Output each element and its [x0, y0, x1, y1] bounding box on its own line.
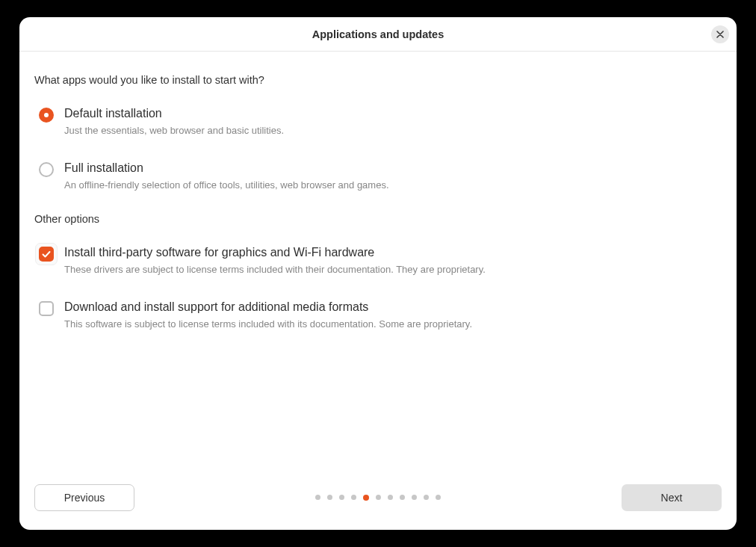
checkbox-checked-icon — [39, 247, 54, 262]
page-indicator — [315, 495, 441, 501]
other-options-heading: Other options — [34, 213, 722, 225]
dialog-content: What apps would you like to install to s… — [19, 52, 737, 478]
option-desc: Just the essentials, web browser and bas… — [64, 125, 284, 136]
next-button[interactable]: Next — [622, 484, 722, 511]
radio-full[interactable] — [39, 162, 54, 177]
option-desc: An offline-friendly selection of office … — [64, 179, 389, 191]
pager-dot — [339, 495, 344, 500]
previous-button[interactable]: Previous — [34, 484, 134, 511]
option-label: Download and install support for additio… — [64, 300, 472, 314]
radio-unselected-icon — [39, 162, 54, 177]
checkbox-unchecked-icon — [39, 301, 54, 316]
checkbox-thirdparty[interactable] — [39, 247, 54, 262]
radio-option-default[interactable]: Default installation Just the essentials… — [34, 107, 722, 136]
checkbox-option-thirdparty[interactable]: Install third-party software for graphic… — [34, 246, 722, 275]
radio-selected-icon — [39, 108, 54, 123]
installer-dialog: Applications and updates What apps would… — [19, 17, 737, 530]
radio-default[interactable] — [39, 108, 54, 123]
option-texts: Install third-party software for graphic… — [64, 246, 486, 275]
pager-dot — [388, 495, 393, 500]
checkbox-option-media[interactable]: Download and install support for additio… — [34, 300, 722, 330]
option-texts: Download and install support for additio… — [64, 300, 472, 330]
pager-dot — [412, 495, 417, 500]
option-texts: Default installation Just the essentials… — [64, 107, 284, 136]
dialog-footer: Previous Next — [19, 478, 737, 530]
option-label: Install third-party software for graphic… — [64, 246, 486, 259]
pager-dot — [351, 495, 356, 500]
checkbox-media[interactable] — [39, 301, 54, 316]
close-icon — [716, 31, 724, 38]
question-text: What apps would you like to install to s… — [34, 74, 722, 86]
pager-dot — [436, 495, 441, 500]
pager-dot — [315, 495, 320, 500]
option-label: Full installation — [64, 161, 389, 175]
dialog-title: Applications and updates — [312, 28, 444, 40]
option-desc: These drivers are subject to license ter… — [64, 264, 486, 275]
option-label: Default installation — [64, 107, 284, 120]
radio-option-full[interactable]: Full installation An offline-friendly se… — [34, 161, 722, 191]
option-desc: This software is subject to license term… — [64, 318, 472, 330]
option-texts: Full installation An offline-friendly se… — [64, 161, 389, 191]
close-button[interactable] — [711, 25, 729, 43]
pager-dot — [424, 495, 429, 500]
pager-dot — [400, 495, 405, 500]
pager-dot — [376, 495, 381, 500]
pager-dot — [327, 495, 332, 500]
pager-dot-active — [363, 495, 369, 501]
titlebar: Applications and updates — [19, 17, 737, 52]
